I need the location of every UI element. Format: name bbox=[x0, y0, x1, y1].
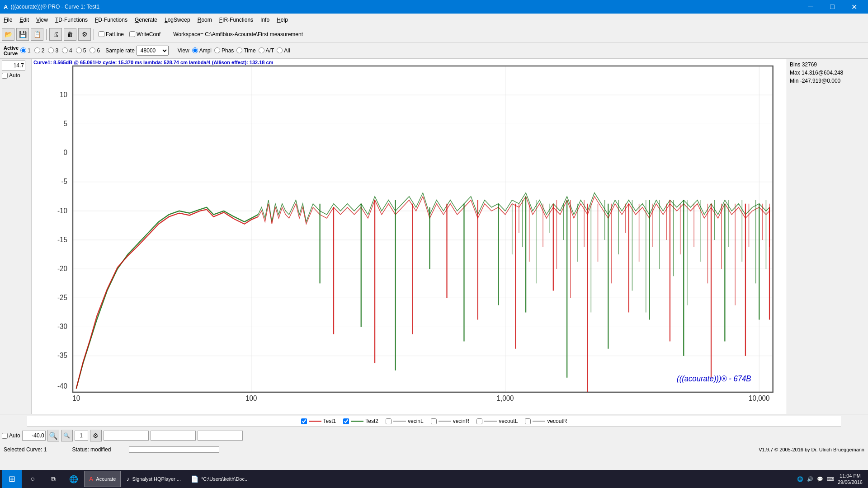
writeconf-checkbox-label[interactable]: WriteConf bbox=[129, 31, 160, 38]
minimize-button[interactable]: ─ bbox=[800, 0, 821, 14]
save-button[interactable]: 💾 bbox=[16, 28, 29, 41]
menu-generate[interactable]: Generate bbox=[131, 15, 161, 25]
view-ampl-radio[interactable] bbox=[192, 47, 198, 53]
view-group: View Ampl Phas Time A/T All bbox=[178, 47, 290, 54]
taskbar-chrome[interactable]: 🌐 bbox=[64, 471, 83, 487]
print-button[interactable]: 🖨 bbox=[49, 28, 62, 41]
writeconf-checkbox[interactable] bbox=[129, 31, 135, 37]
legend-vecinl-checkbox[interactable] bbox=[386, 418, 392, 424]
view-ampl-label[interactable]: Ampl bbox=[192, 47, 212, 54]
open-button[interactable]: 📂 bbox=[2, 28, 14, 41]
legend-test1[interactable]: Test1 bbox=[301, 418, 336, 424]
svg-text:10: 10 bbox=[60, 91, 67, 99]
chart-container: Curve1: 8.565dB @ 65.061Hz cycle: 15.370… bbox=[32, 59, 787, 414]
text-input-1[interactable] bbox=[104, 431, 149, 441]
curve-5-radio[interactable] bbox=[76, 47, 82, 53]
legend-vecoutl-checkbox[interactable] bbox=[476, 418, 482, 424]
delete-button[interactable]: 🗑 bbox=[64, 28, 76, 41]
legend-test1-checkbox[interactable] bbox=[301, 418, 307, 424]
legend-test2[interactable]: Test2 bbox=[343, 418, 378, 424]
legend-vecinl[interactable]: vecinL bbox=[386, 418, 424, 424]
close-button[interactable]: ✕ bbox=[844, 0, 864, 14]
curve-3-radio[interactable] bbox=[48, 47, 54, 53]
view-phas-radio[interactable] bbox=[214, 47, 220, 53]
view-at-radio[interactable] bbox=[259, 47, 264, 53]
view-all-radio[interactable] bbox=[277, 47, 283, 53]
legend-vecoutr[interactable]: vecoutR bbox=[525, 418, 567, 424]
menu-help[interactable]: Help bbox=[273, 15, 292, 25]
menu-file[interactable]: File bbox=[0, 15, 16, 25]
legend-vecinr[interactable]: vecinR bbox=[431, 418, 470, 424]
statusbar: Selected Curve: 1 Status: modified V1.9.… bbox=[0, 443, 868, 455]
curve-2-label[interactable]: 2 bbox=[34, 47, 45, 54]
menu-logsweep[interactable]: LogSweep bbox=[161, 15, 194, 25]
curve-4-label[interactable]: 4 bbox=[62, 47, 72, 54]
view-all-label[interactable]: All bbox=[277, 47, 290, 54]
fatline-checkbox[interactable] bbox=[99, 31, 104, 37]
titlebar-left: A (((acourate)))® PRO - Curve 1: Test1 bbox=[4, 4, 99, 10]
svg-text:0: 0 bbox=[64, 149, 68, 156]
bottom-settings-button[interactable]: ⚙ bbox=[90, 430, 102, 441]
curve-4-radio[interactable] bbox=[62, 47, 68, 53]
curve-2-radio[interactable] bbox=[34, 47, 40, 53]
zoom-out-button[interactable]: 🔍 bbox=[61, 430, 73, 441]
view-time-radio[interactable] bbox=[236, 47, 242, 53]
text-input-2[interactable] bbox=[151, 431, 196, 441]
right-panel: Bins 32769 Max 14.316@604.248 Min -247.9… bbox=[787, 59, 868, 414]
legend-vecinr-checkbox[interactable] bbox=[431, 418, 437, 424]
menu-fd-functions[interactable]: FD-Functions bbox=[91, 15, 131, 25]
legend-test2-checkbox[interactable] bbox=[343, 418, 349, 424]
taskbar-hqplayer[interactable]: ♪ Signalyst HQPlayer ... bbox=[122, 471, 185, 487]
bottom-value-input[interactable]: -40.0 bbox=[22, 431, 46, 441]
menu-td-functions[interactable]: TD-Functions bbox=[52, 15, 91, 25]
view-label: View bbox=[178, 47, 189, 54]
menu-room[interactable]: Room bbox=[194, 15, 216, 25]
menu-fir-functions[interactable]: FIR-Functions bbox=[216, 15, 257, 25]
auto-top-checkbox[interactable] bbox=[2, 73, 8, 79]
view-at-label[interactable]: A/T bbox=[259, 47, 274, 54]
auto-bottom-text: Auto bbox=[9, 432, 20, 439]
legend-vecinl-label: vecinL bbox=[408, 418, 424, 424]
curve-3-label[interactable]: 3 bbox=[48, 47, 58, 54]
taskbar-doc[interactable]: 📄 *C:\Users\keith\Doc... bbox=[186, 471, 253, 487]
zoom-in-button[interactable]: 🔍 bbox=[47, 430, 59, 441]
page-number-input[interactable]: 1 bbox=[75, 431, 88, 441]
max-label: Max 14.316@604.248 bbox=[790, 70, 865, 76]
taskbar-taskview[interactable]: ⧉ bbox=[43, 470, 63, 488]
sample-rate-select[interactable]: 44100 48000 88200 96000 192000 bbox=[137, 46, 169, 56]
curve-5-label[interactable]: 5 bbox=[76, 47, 86, 54]
fatline-label: FatLine bbox=[106, 31, 124, 38]
menu-view[interactable]: View bbox=[33, 15, 52, 25]
svg-text:-40: -40 bbox=[57, 382, 67, 389]
legend-vecoutl[interactable]: vecoutL bbox=[476, 418, 518, 424]
curve-1-radio[interactable] bbox=[20, 47, 26, 53]
menu-edit[interactable]: Edit bbox=[16, 15, 33, 25]
legend-vecoutr-checkbox[interactable] bbox=[525, 418, 531, 424]
svg-text:5: 5 bbox=[64, 120, 68, 127]
start-button[interactable]: ⊞ bbox=[2, 470, 22, 488]
volume-icon: 🔊 bbox=[807, 476, 813, 482]
view-time-label[interactable]: Time bbox=[236, 47, 255, 54]
plot-area: 14.7 Auto Curve1: 8.565dB @ 65.061Hz cyc… bbox=[0, 59, 868, 414]
auto-bottom-label[interactable]: Auto bbox=[2, 432, 20, 439]
auto-bottom-checkbox[interactable] bbox=[2, 433, 8, 439]
svg-text:10,000: 10,000 bbox=[749, 394, 770, 402]
svg-text:-30: -30 bbox=[57, 323, 67, 330]
text-input-3[interactable] bbox=[198, 431, 243, 441]
curve-1-label[interactable]: 1 bbox=[20, 47, 31, 54]
curve-6-label[interactable]: 6 bbox=[90, 47, 100, 54]
taskbar-search[interactable]: ○ bbox=[23, 470, 42, 488]
view-phas-label[interactable]: Phas bbox=[214, 47, 234, 54]
save-all-button[interactable]: 📋 bbox=[31, 28, 43, 41]
menu-info[interactable]: Info bbox=[257, 15, 273, 25]
maximize-button[interactable]: □ bbox=[822, 0, 843, 14]
status-modified: Status: modified bbox=[72, 446, 111, 453]
auto-top-label[interactable]: Auto bbox=[2, 72, 29, 79]
curve-6-radio[interactable] bbox=[90, 47, 95, 53]
settings-button[interactable]: ⚙ bbox=[78, 28, 91, 41]
taskbar-system-tray: 🌐 🔊 💬 ⌨ 11:04 PM 29/06/2016 bbox=[793, 473, 866, 486]
taskbar-acourate[interactable]: A Acourate bbox=[84, 471, 121, 487]
top-value-input[interactable]: 14.7 bbox=[2, 61, 25, 70]
titlebar: A (((acourate)))® PRO - Curve 1: Test1 ─… bbox=[0, 0, 868, 14]
fatline-checkbox-label[interactable]: FatLine bbox=[99, 31, 124, 38]
